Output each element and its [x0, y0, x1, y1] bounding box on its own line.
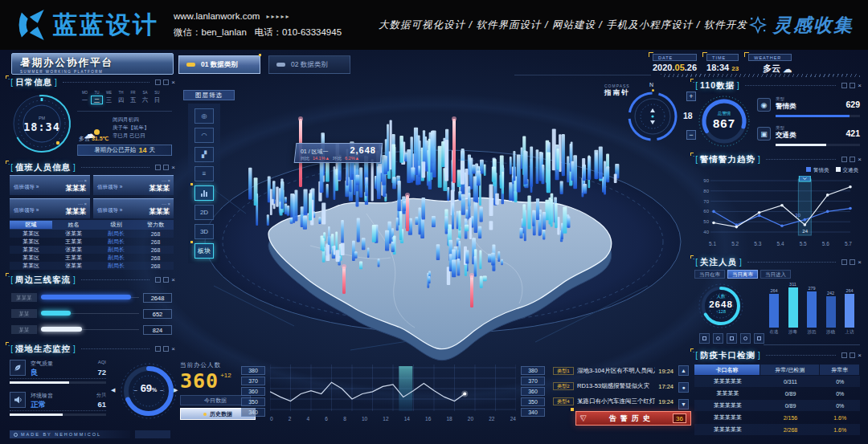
focus-filter-icon[interactable]: [727, 333, 737, 344]
expand-icon[interactable]: [850, 352, 855, 358]
card-more-icon[interactable]: ⋯ ×: [162, 177, 170, 183]
panel-title: 110数据: [700, 80, 735, 92]
alert-history-banner[interactable]: ▽▽ 告警历史 36: [575, 411, 691, 426]
collapse-icon[interactable]: [155, 277, 161, 283]
close-icon[interactable]: ×: [858, 157, 862, 162]
today-data-button[interactable]: 今日数据: [180, 395, 251, 405]
week-day[interactable]: TH四: [115, 91, 127, 104]
expand-icon[interactable]: [163, 79, 169, 85]
expand-icon[interactable]: [163, 346, 169, 352]
trend-band-handle[interactable]: [799, 176, 810, 181]
week-day[interactable]: FR五: [127, 91, 139, 104]
alert-row[interactable]: 类型1湿地3-104片区有不明人员闯入19:24: [553, 365, 674, 377]
duty-table-row[interactable]: 某某区张某某副局长268: [10, 262, 174, 270]
checkpoint-row[interactable]: 某某某某某2/2681.6%: [694, 424, 860, 435]
website-link[interactable]: www.lanlanwork.com: [174, 9, 260, 25]
expand-icon[interactable]: [850, 83, 855, 88]
focus-filter-icon[interactable]: [713, 333, 723, 344]
week-day[interactable]: MO一: [79, 91, 91, 104]
card-more-icon[interactable]: ⋯ ×: [162, 201, 170, 206]
legend-swatch: [836, 167, 841, 172]
duty-leader-card[interactable]: 值班领导 »⋯ ×某某某: [93, 175, 174, 195]
close-icon[interactable]: ×: [171, 346, 175, 352]
focus-filter-icon[interactable]: [699, 333, 710, 344]
expand-icon[interactable]: [850, 157, 855, 162]
legend-item[interactable]: 警情类: [806, 167, 829, 174]
duty-table-row[interactable]: 某某区张某某副局长268: [10, 230, 174, 238]
pause-button[interactable]: ●: [678, 382, 689, 393]
close-icon[interactable]: ×: [171, 277, 175, 283]
bar-chart-icon[interactable]: [194, 185, 214, 201]
duty-col-header[interactable]: 区域: [10, 221, 52, 229]
cloud-icon: ☁: [783, 64, 792, 74]
inspiration-collect[interactable]: 灵感收集: [748, 13, 854, 38]
duty-col-header[interactable]: 级别: [95, 221, 137, 229]
duty-leader-card[interactable]: 值班领导 »⋯ ×某某某: [93, 198, 174, 218]
checkpoint-row[interactable]: 某某某某0/890%: [694, 388, 860, 399]
radar-icon[interactable]: ◠: [194, 128, 214, 143]
focus-filter-icon[interactable]: [740, 333, 751, 344]
week-day[interactable]: SU日: [151, 91, 163, 104]
focus-bar-category: 上访: [845, 329, 854, 335]
tab-data-category[interactable]: 02 数据类别: [268, 55, 350, 74]
expand-icon[interactable]: [163, 277, 169, 283]
checkpoint-row[interactable]: 某某某某某2/1561.6%: [694, 412, 860, 423]
week-day[interactable]: SA六: [139, 91, 151, 104]
office-history-chart[interactable]: [270, 365, 516, 414]
close-icon[interactable]: ×: [858, 259, 862, 265]
focus-tab[interactable]: 当日在市: [694, 270, 725, 279]
focus-tab[interactable]: 当日离市: [727, 270, 758, 279]
focus-bar-value: 311: [789, 282, 796, 287]
scroll-down-button[interactable]: ▼: [678, 399, 689, 409]
collapse-icon[interactable]: [841, 83, 847, 88]
panel-title: 警情警力趋势: [700, 154, 755, 165]
collapse-icon[interactable]: [841, 157, 847, 162]
alert-row[interactable]: 类型2RD13-53烟感报警疑似火灾17:24: [553, 380, 674, 393]
collapse-icon[interactable]: [155, 346, 161, 352]
mode-2d[interactable]: 2D: [194, 205, 214, 220]
legend-item[interactable]: 交通类: [836, 167, 859, 174]
card-more-icon[interactable]: ⋯ ×: [78, 177, 87, 183]
expand-icon[interactable]: [850, 259, 855, 265]
close-icon[interactable]: ×: [171, 165, 175, 170]
duty-col-header[interactable]: 警力数: [137, 221, 174, 229]
week-day[interactable]: TU二: [91, 91, 103, 104]
duty-col-header[interactable]: 姓名: [52, 221, 95, 229]
leaf-icon: [10, 360, 26, 376]
checkpoint-col-header[interactable]: 异常/已检测: [760, 365, 819, 375]
card-more-icon[interactable]: ⋯ ×: [78, 201, 87, 206]
close-icon[interactable]: ×: [858, 83, 862, 88]
collapse-icon[interactable]: [841, 352, 847, 358]
checkpoint-col-header[interactable]: 卡口名称: [694, 365, 760, 375]
expand-icon[interactable]: [163, 165, 169, 170]
close-icon[interactable]: ×: [171, 79, 175, 85]
alert-text: RD13-53烟感报警疑似火灾: [577, 382, 655, 390]
checkpoint-row[interactable]: 某某某某某0/890%: [694, 400, 860, 411]
collapse-icon[interactable]: [155, 79, 161, 85]
duty-leader-card[interactable]: 值班领导 »⋯ ×某某某: [10, 175, 90, 195]
collapse-icon[interactable]: [841, 259, 847, 265]
week-day[interactable]: WE三: [103, 91, 115, 104]
mode-3d[interactable]: 3D: [194, 224, 214, 239]
trend-x-tick: 5.2: [731, 241, 739, 246]
duty-table-row[interactable]: 某某区王某某副局长268: [10, 254, 174, 262]
duty-table-row[interactable]: 某某区王某某副局长268: [10, 238, 174, 246]
mode-block[interactable]: 板块: [194, 243, 214, 259]
checkpoint-rate: 0%: [821, 403, 860, 409]
alert-row[interactable]: 类型4某路口有小汽车连闯三个红灯19:24: [553, 395, 674, 408]
gauge-right-arrow[interactable]: ▶: [174, 387, 178, 393]
duty-leader-card[interactable]: 值班领导 »⋯ ×某某某: [10, 198, 90, 218]
collapse-icon[interactable]: [155, 165, 161, 170]
cluster-icon[interactable]: ▞: [194, 147, 214, 162]
checkpoint-row[interactable]: 某某某某某0/3110%: [694, 376, 860, 387]
list-icon[interactable]: ≡: [194, 166, 214, 181]
close-icon[interactable]: ×: [858, 352, 862, 358]
checkpoint-col-header[interactable]: 异常率: [820, 365, 859, 375]
tab-data-category[interactable]: 01 数据类别: [178, 55, 260, 74]
compass-dial[interactable]: [627, 91, 678, 142]
marker-icon[interactable]: ◎: [194, 108, 214, 124]
trend-chart[interactable]: 9080706050403024: [699, 176, 855, 240]
duty-table-row[interactable]: 某某区张某某副局长268: [10, 246, 174, 254]
scroll-up-button[interactable]: ▲: [678, 365, 689, 376]
gauge-left-arrow[interactable]: ◀: [111, 387, 115, 393]
